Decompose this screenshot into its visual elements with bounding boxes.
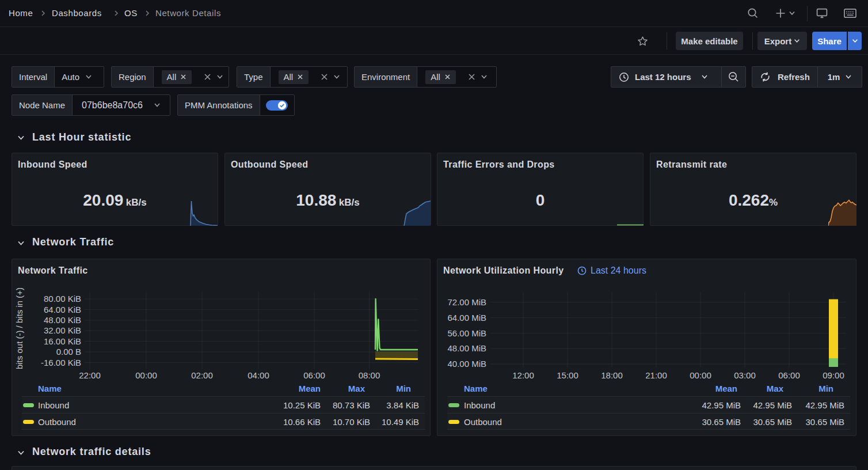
svg-text:72.00 MiB: 72.00 MiB (447, 297, 486, 307)
svg-text:00:00: 00:00 (690, 370, 711, 380)
svg-text:12:00: 12:00 (512, 370, 534, 380)
svg-text:00:00: 00:00 (135, 370, 157, 380)
svg-text:0.00 B: 0.00 B (56, 347, 81, 357)
svg-text:32.00 KiB: 32.00 KiB (44, 325, 81, 335)
svg-text:03:00: 03:00 (734, 370, 756, 380)
svg-text:48.00 KiB: 48.00 KiB (44, 315, 81, 325)
svg-text:64.00 MiB: 64.00 MiB (447, 313, 486, 323)
svg-text:48.00 MiB: 48.00 MiB (447, 343, 486, 353)
svg-text:40.00 MiB: 40.00 MiB (447, 359, 486, 369)
svg-text:-16.00 KiB: -16.00 KiB (41, 358, 81, 367)
svg-text:80.00 KiB: 80.00 KiB (44, 294, 81, 304)
svg-text:02:00: 02:00 (191, 370, 213, 380)
svg-text:08:00: 08:00 (359, 370, 380, 380)
svg-text:06:00: 06:00 (303, 370, 325, 380)
svg-text:09:00: 09:00 (823, 370, 844, 380)
svg-text:15:00: 15:00 (557, 370, 578, 380)
svg-text:21:00: 21:00 (645, 370, 667, 380)
svg-text:06:00: 06:00 (778, 370, 800, 380)
svg-text:04:00: 04:00 (248, 370, 269, 380)
svg-text:56.00 MiB: 56.00 MiB (447, 328, 486, 338)
svg-text:bits out (-) / bits in (+): bits out (-) / bits in (+) (14, 287, 24, 369)
svg-text:16.00 KiB: 16.00 KiB (44, 336, 81, 346)
svg-text:18:00: 18:00 (601, 370, 623, 380)
svg-text:22:00: 22:00 (79, 370, 101, 380)
svg-text:64.00 KiB: 64.00 KiB (44, 305, 81, 314)
